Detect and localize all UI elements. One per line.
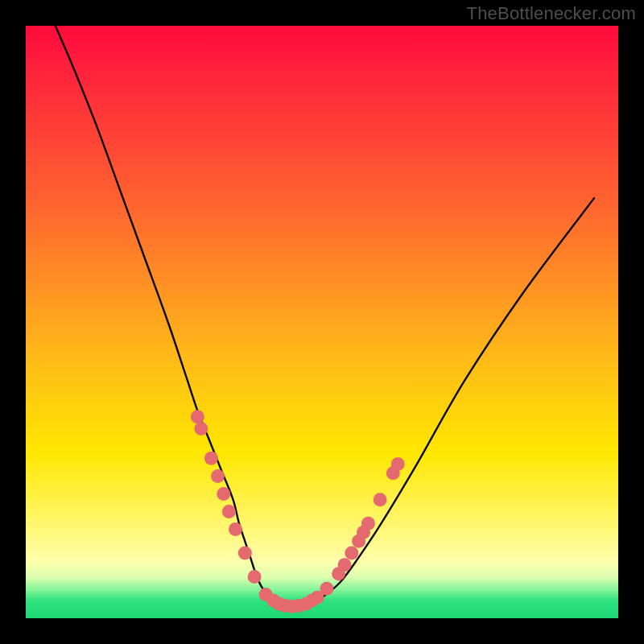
data-dot — [217, 487, 230, 501]
data-dot — [204, 452, 218, 465]
data-dots-group — [191, 410, 405, 613]
curve-svg — [26, 26, 618, 618]
data-dot — [229, 522, 242, 536]
data-dot — [238, 547, 252, 560]
chart-frame: TheBottlenecker.com — [0, 0, 644, 644]
data-dot — [222, 505, 236, 518]
data-dot — [248, 570, 262, 584]
data-dot — [191, 410, 204, 423]
data-dot — [345, 547, 358, 560]
data-dot — [361, 517, 375, 530]
data-dot — [194, 422, 208, 436]
data-dot — [338, 558, 352, 572]
bottleneck-curve — [56, 26, 595, 607]
data-dot — [211, 469, 225, 483]
data-dot — [391, 457, 405, 471]
watermark-text: TheBottlenecker.com — [467, 3, 636, 24]
data-dot — [320, 582, 333, 596]
plot-area — [26, 26, 618, 618]
data-dot — [374, 493, 387, 506]
